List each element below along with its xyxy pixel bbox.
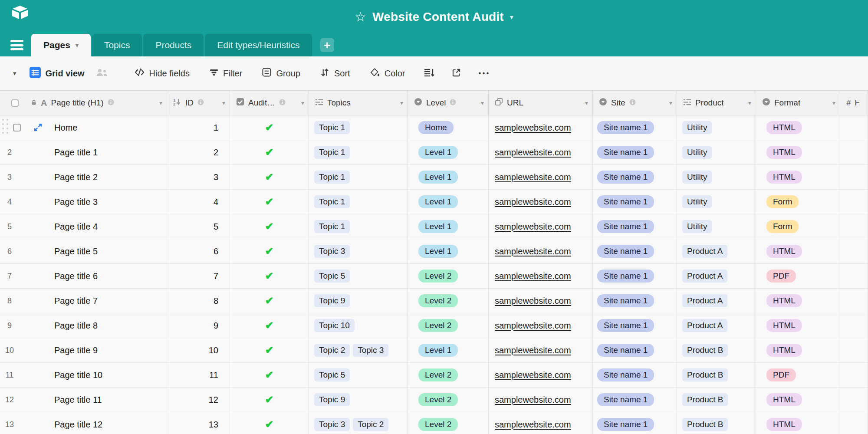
cell-h[interactable] (840, 165, 868, 189)
cell-audit[interactable]: ✔ (230, 388, 309, 412)
more-options-button[interactable]: ••• (478, 69, 490, 78)
cell-id[interactable]: 3 (167, 165, 230, 189)
cell-topics[interactable]: Topic 1 (309, 165, 408, 189)
cell-site[interactable]: Site name 1 (593, 289, 677, 313)
collaborators-icon[interactable] (96, 68, 108, 79)
url-link[interactable]: samplewebsite.com (495, 123, 571, 133)
column-header-site[interactable]: Site▾ (593, 91, 677, 115)
url-link[interactable]: samplewebsite.com (495, 222, 571, 232)
cell-level[interactable]: Level 2 (408, 289, 489, 313)
cell-format[interactable]: HTML (756, 338, 840, 362)
cell-format[interactable]: HTML (756, 289, 840, 313)
column-menu-caret-icon[interactable]: ▾ (222, 99, 225, 106)
cell-site[interactable]: Site name 1 (593, 363, 677, 387)
cell-id[interactable]: 12 (167, 388, 230, 412)
cell-format[interactable]: PDF (756, 363, 840, 387)
cell-url[interactable]: samplewebsite.com (489, 412, 593, 434)
cell-site[interactable]: Site name 1 (593, 165, 677, 189)
column-header-title[interactable]: APage title (H1)▾ (25, 91, 167, 115)
column-header-id[interactable]: 12ID▾ (167, 91, 230, 115)
drag-handle-icon[interactable] (2, 119, 8, 134)
cell-url[interactable]: samplewebsite.com (489, 239, 593, 263)
cell-site[interactable]: Site name 1 (593, 115, 677, 140)
cell-site[interactable]: Site name 1 (593, 214, 677, 239)
cell-h[interactable] (840, 289, 868, 313)
cell-level[interactable]: Level 1 (408, 239, 489, 263)
cell-product[interactable]: Utility (677, 214, 756, 239)
add-table-button[interactable]: + (320, 38, 334, 52)
cell-audit[interactable]: ✔ (230, 289, 309, 313)
cell-id[interactable]: 13 (167, 412, 230, 434)
column-header-level[interactable]: Level▾ (408, 91, 489, 115)
cell-level[interactable]: Home (408, 115, 489, 140)
cell-product[interactable]: Utility (677, 140, 756, 164)
cell-audit[interactable]: ✔ (230, 190, 309, 214)
cell-url[interactable]: samplewebsite.com (489, 190, 593, 214)
column-header-audit[interactable]: Audit…▾ (230, 91, 309, 115)
cell-id[interactable]: 4 (167, 190, 230, 214)
cell-format[interactable]: HTML (756, 140, 840, 164)
cell-url[interactable]: samplewebsite.com (489, 338, 593, 362)
cell-site[interactable]: Site name 1 (593, 412, 677, 434)
base-menu-caret-icon[interactable]: ▾ (510, 13, 513, 21)
group-button[interactable]: Group (262, 68, 300, 79)
cell-topics[interactable]: Topic 5 (309, 363, 408, 387)
cell-audit[interactable]: ✔ (230, 239, 309, 263)
cell-topics[interactable]: Topic 1 (309, 140, 408, 164)
cell-product[interactable]: Utility (677, 115, 756, 140)
url-link[interactable]: samplewebsite.com (495, 148, 571, 158)
cell-level[interactable]: Level 2 (408, 412, 489, 434)
expand-record-icon[interactable] (33, 123, 43, 134)
cell-id[interactable]: 11 (167, 363, 230, 387)
cell-level[interactable]: Level 1 (408, 190, 489, 214)
cell-format[interactable]: HTML (756, 313, 840, 338)
cell-title[interactable]: Page title 2 (25, 165, 167, 189)
cell-product[interactable]: Product A (677, 313, 756, 338)
cell-product[interactable]: Product B (677, 338, 756, 362)
cell-format[interactable]: HTML (756, 165, 840, 189)
url-link[interactable]: samplewebsite.com (495, 296, 571, 306)
cell-site[interactable]: Site name 1 (593, 338, 677, 362)
cell-url[interactable]: samplewebsite.com (489, 363, 593, 387)
url-link[interactable]: samplewebsite.com (495, 172, 571, 182)
column-menu-caret-icon[interactable]: ▾ (585, 99, 588, 106)
cell-topics[interactable]: Topic 5 (309, 264, 408, 288)
cell-product[interactable]: Product A (677, 239, 756, 263)
cell-topics[interactable]: Topic 3 (309, 239, 408, 263)
cell-url[interactable]: samplewebsite.com (489, 214, 593, 239)
cell-format[interactable]: PDF (756, 264, 840, 288)
cell-level[interactable]: Level 2 (408, 264, 489, 288)
row-checkbox[interactable] (13, 124, 21, 132)
cell-url[interactable]: samplewebsite.com (489, 140, 593, 164)
cell-title[interactable]: Page title 3 (25, 190, 167, 214)
cell-topics[interactable]: Topic 1 (309, 214, 408, 239)
cell-topics[interactable]: Topic 9 (309, 388, 408, 412)
cell-topics[interactable]: Topic 10 (309, 313, 408, 338)
favorite-star-icon[interactable]: ☆ (355, 10, 366, 23)
column-menu-caret-icon[interactable]: ▾ (400, 99, 403, 106)
menu-icon[interactable] (10, 40, 23, 50)
cell-topics[interactable]: Topic 9 (309, 289, 408, 313)
column-header-h[interactable]: #H (840, 91, 868, 115)
column-header-format[interactable]: Format▾ (756, 91, 840, 115)
cell-audit[interactable]: ✔ (230, 338, 309, 362)
cell-audit[interactable]: ✔ (230, 165, 309, 189)
cell-title[interactable]: Page title 9 (25, 338, 167, 362)
cell-id[interactable]: 7 (167, 264, 230, 288)
base-title[interactable]: Website Content Audit (372, 10, 504, 24)
cell-url[interactable]: samplewebsite.com (489, 313, 593, 338)
filter-button[interactable]: Filter (210, 68, 242, 79)
url-link[interactable]: samplewebsite.com (495, 395, 571, 405)
column-header-product[interactable]: Product▾ (677, 91, 756, 115)
cell-title[interactable]: Home (25, 115, 167, 140)
cell-level[interactable]: Level 2 (408, 388, 489, 412)
cell-topics[interactable]: Topic 2Topic 3 (309, 338, 408, 362)
cell-product[interactable]: Utility (677, 165, 756, 189)
cell-site[interactable]: Site name 1 (593, 264, 677, 288)
cell-url[interactable]: samplewebsite.com (489, 115, 593, 140)
view-sidebar-caret-icon[interactable]: ▾ (13, 69, 16, 77)
cell-audit[interactable]: ✔ (230, 264, 309, 288)
cell-id[interactable]: 6 (167, 239, 230, 263)
url-link[interactable]: samplewebsite.com (495, 197, 571, 207)
share-view-button[interactable] (452, 68, 461, 79)
